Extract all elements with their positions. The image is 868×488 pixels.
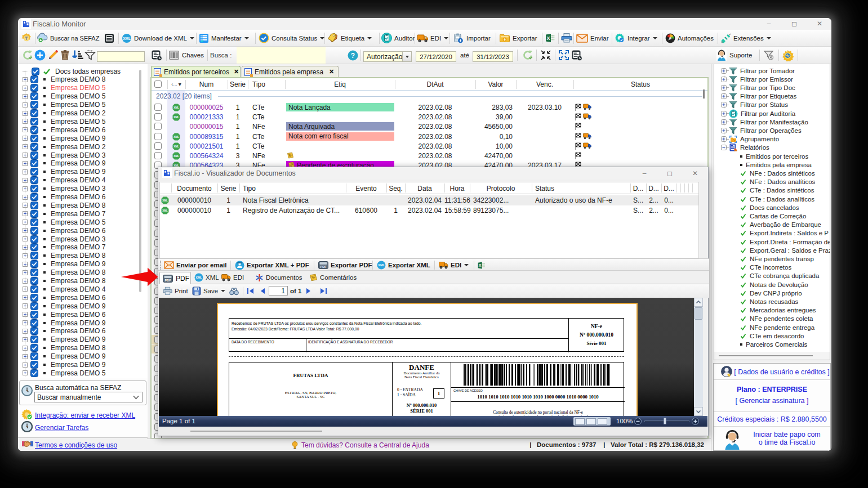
svg-text:XML: XML	[123, 36, 131, 40]
svg-text:PDF: PDF	[321, 265, 327, 268]
svg-text:?: ?	[351, 52, 355, 60]
svg-text:XML: XML	[173, 136, 179, 138]
svg-text:XML: XML	[195, 276, 202, 279]
svg-text:X: X	[479, 263, 482, 267]
svg-text:XML: XML	[378, 263, 385, 267]
svg-text:X: X	[546, 35, 550, 41]
svg-text:PDF: PDF	[165, 278, 172, 281]
svg-text:XML: XML	[173, 106, 179, 109]
svg-text:XML: XML	[173, 145, 179, 148]
svg-text:XML: XML	[173, 155, 179, 158]
svg-text:XML: XML	[162, 199, 168, 202]
svg-text:XML: XML	[162, 209, 168, 212]
svg-text:XML: XML	[173, 116, 179, 119]
